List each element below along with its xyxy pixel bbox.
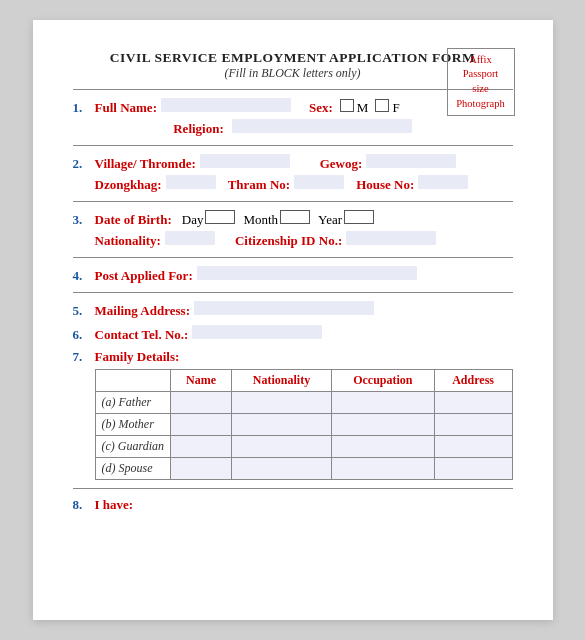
table-row: (c) Guardian [95,436,512,458]
divider-2 [73,145,513,146]
month-field[interactable] [280,210,310,224]
guardian-occupation[interactable] [331,436,434,458]
col-header-address: Address [434,370,512,392]
section-7: 7. Family Details: Name Nationality Occu… [73,349,513,480]
section-5: 5. Mailing Address: [73,301,513,319]
nationality-field[interactable] [165,231,215,245]
religion-field[interactable] [232,119,412,133]
father-occupation[interactable] [331,392,434,414]
row-dzongkhag: Dzongkhag: Thram No: House No: [95,175,513,193]
family-label: Family Details: [95,349,180,365]
section-3-num: 3. [73,212,95,228]
section-1-num: 1. [73,100,95,116]
contact-field[interactable] [192,325,322,339]
row-ihave: 8. I have: [73,497,513,513]
father-name[interactable] [171,392,232,414]
village-label: Village/ Thromde: [95,156,196,172]
section-7-num: 7. [73,349,95,365]
row-label-mother: (b) Mother [95,414,171,436]
section-2-num: 2. [73,156,95,172]
year-field[interactable] [344,210,374,224]
house-label: House No: [356,177,414,193]
col-header-nationality: Nationality [232,370,332,392]
mailing-field[interactable] [194,301,374,315]
section-5-num: 5. [73,303,95,319]
post-label: Post Applied For: [95,268,193,284]
thram-label: Thram No: [228,177,290,193]
month-text: Month [243,212,278,228]
passport-line1: Affix [469,53,492,68]
ihave-label: I have: [95,497,134,513]
section-8: 8. I have: [73,497,513,513]
day-field[interactable] [205,210,235,224]
family-table: Name Nationality Occupation Address (a) … [95,369,513,480]
mother-occupation[interactable] [331,414,434,436]
father-address[interactable] [434,392,512,414]
passport-line3: size [472,82,488,97]
row-label-guardian: (c) Guardian [95,436,171,458]
mother-address[interactable] [434,414,512,436]
religion-label: Religion: [173,121,224,137]
table-row: (b) Mother [95,414,512,436]
section-4: 4. Post Applied For: [73,266,513,284]
post-field[interactable] [197,266,417,280]
section-8-num: 8. [73,497,95,513]
nationality-label: Nationality: [95,233,161,249]
house-field[interactable] [418,175,468,189]
table-row: (d) Spouse [95,458,512,480]
table-header-row: Name Nationality Occupation Address [95,370,512,392]
sex-m-text: M [357,100,369,116]
guardian-address[interactable] [434,436,512,458]
spouse-nationality[interactable] [232,458,332,480]
row-label-spouse: (d) Spouse [95,458,171,480]
row-contact: 6. Contact Tel. No.: [73,325,513,343]
section-6: 6. Contact Tel. No.: [73,325,513,343]
guardian-nationality[interactable] [232,436,332,458]
sex-m-checkbox[interactable] [340,99,354,112]
mailing-label: Mailing Address: [95,303,190,319]
col-header-name: Name [171,370,232,392]
gewog-field[interactable] [366,154,456,168]
passport-photo-box: Affix Passport size Photograph [447,48,515,116]
row-village: 2. Village/ Thromde: Gewog: [73,154,513,172]
sex-f-checkbox[interactable] [375,99,389,112]
row-religion: Religion: [73,119,513,137]
table-row: (a) Father [95,392,512,414]
fullname-field[interactable] [161,98,291,112]
day-text: Day [182,212,204,228]
citizenship-label: Citizenship ID No.: [235,233,342,249]
dzongkhag-label: Dzongkhag: [95,177,162,193]
section-4-num: 4. [73,268,95,284]
divider-4 [73,257,513,258]
section-3: 3. Date of Birth: Day Month Year Nationa… [73,210,513,249]
passport-line4: Photograph [456,97,504,112]
row-nationality: Nationality: Citizenship ID No.: [95,231,513,249]
application-form: Affix Passport size Photograph CIVIL SER… [33,20,553,620]
sex-f-text: F [392,100,399,116]
dob-label: Date of Birth: [95,212,172,228]
citizenship-field[interactable] [346,231,436,245]
spouse-address[interactable] [434,458,512,480]
fullname-label: Full Name: [95,100,157,116]
father-nationality[interactable] [232,392,332,414]
col-header-empty [95,370,171,392]
spouse-occupation[interactable] [331,458,434,480]
village-field[interactable] [200,154,290,168]
dzongkhag-field[interactable] [166,175,216,189]
divider-6 [73,488,513,489]
mother-name[interactable] [171,414,232,436]
row-post: 4. Post Applied For: [73,266,513,284]
sex-label: Sex: [309,100,333,116]
contact-label: Contact Tel. No.: [95,327,189,343]
thram-field[interactable] [294,175,344,189]
row-label-father: (a) Father [95,392,171,414]
mother-nationality[interactable] [232,414,332,436]
section-2: 2. Village/ Thromde: Gewog: Dzongkhag: T… [73,154,513,193]
row-mailing: 5. Mailing Address: [73,301,513,319]
spouse-name[interactable] [171,458,232,480]
family-table-container: Name Nationality Occupation Address (a) … [95,369,513,480]
guardian-name[interactable] [171,436,232,458]
col-header-occupation: Occupation [331,370,434,392]
year-text: Year [318,212,342,228]
divider-5 [73,292,513,293]
